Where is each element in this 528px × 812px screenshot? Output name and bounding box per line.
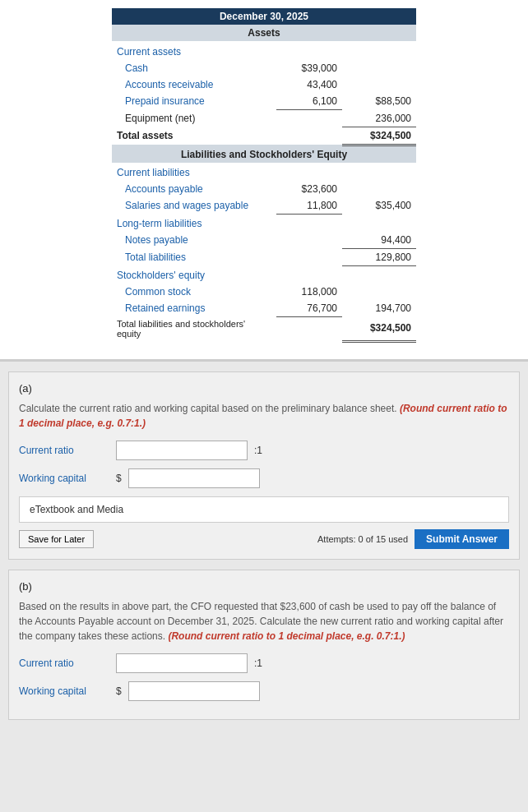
re-amt: 76,700 [276,300,342,317]
np-total: 94,400 [342,232,416,249]
total-liab-eq-total: $324,500 [342,316,416,341]
ar-amt: 43,400 [276,76,342,93]
prepaid-amt: 6,100 [276,93,342,110]
cash-amt: $39,000 [276,60,342,76]
current-ratio-label-a: Current ratio [19,445,109,456]
current-ratio-suffix-a: :1 [254,445,262,456]
np-amt [276,232,342,249]
working-capital-label-a: Working capital [19,473,109,484]
action-bar-a: Save for Later Attempts: 0 of 15 used Su… [19,529,509,549]
total-liab-total: 129,800 [342,248,416,265]
prepaid-total: $88,500 [342,93,416,110]
cash-label: Cash [112,60,276,76]
cash-amt2 [342,60,416,76]
part-a-label: (a) [19,382,509,394]
total-assets-label: Total assets [112,127,276,145]
part-b-label: (b) [19,580,509,593]
total-liab-eq-label: Total liabilities and stockholders' equi… [112,316,276,341]
current-ratio-row-a: Current ratio :1 [19,441,509,460]
bs-assets-header: Assets [112,25,416,41]
bs-date-header: December 30, 2025 [112,8,416,25]
current-ratio-input-b[interactable] [116,653,248,673]
total-liab-label: Total liabilities [112,248,276,265]
working-capital-input-b[interactable] [128,681,260,701]
equipment-label: Equipment (net) [112,110,276,127]
submit-answer-button[interactable]: Submit Answer [415,529,509,549]
current-ratio-input-a[interactable] [116,441,248,460]
current-liab-label: Current liabilities [112,163,416,181]
current-ratio-label-b: Current ratio [19,657,109,669]
cs-amt: 118,000 [276,284,342,300]
cs-amt2 [342,284,416,300]
se-label: Stockholders' equity [112,265,416,284]
etextbook-bar-a: eTextbook and Media [19,496,509,523]
working-capital-input-a[interactable] [128,468,260,488]
current-assets-label: Current assets [112,41,416,60]
ap-amt: $23,600 [276,181,342,197]
total-liab-eq-amt [276,316,342,341]
part-b-panel: (b) Based on the results in above part, … [8,570,520,720]
equipment-amt [276,110,342,127]
cs-label: Common stock [112,284,276,300]
swp-total: $35,400 [342,197,416,215]
working-capital-row-b: Working capital $ [19,681,509,701]
submit-area: Attempts: 0 of 15 used Submit Answer [317,529,509,549]
current-ratio-row-b: Current ratio :1 [19,653,509,673]
ap-amt2 [342,181,416,197]
lt-liab-label: Long-term liabilities [112,214,416,232]
working-capital-row-a: Working capital $ [19,468,509,488]
working-capital-label-b: Working capital [19,685,109,697]
total-assets-total: $324,500 [342,127,416,145]
ar-label: Accounts receivable [112,76,276,93]
liab-equity-header: Liabilities and Stockholders' Equity [112,145,416,163]
balance-sheet-table: December 30, 2025 Assets Current assets … [112,8,416,343]
total-liab-amt [276,248,342,265]
dollar-sign-b: $ [116,685,122,697]
dollar-sign-a: $ [116,473,122,484]
balance-sheet-section: December 30, 2025 Assets Current assets … [0,0,528,362]
attempts-text: Attempts: 0 of 15 used [317,534,408,544]
swp-label: Salaries and wages payable [112,197,276,215]
part-b-instruction: Based on the results in above part, the … [19,599,509,644]
equipment-total: 236,000 [342,110,416,127]
part-a-instruction: Calculate the current ratio and working … [19,401,509,431]
ar-amt2 [342,76,416,93]
current-ratio-suffix-b: :1 [254,657,262,669]
prepaid-label: Prepaid insurance [112,93,276,110]
ap-label: Accounts payable [112,181,276,197]
re-label: Retained earnings [112,300,276,317]
part-a-panel: (a) Calculate the current ratio and work… [8,371,520,560]
part-b-highlight: (Round current ratio to 1 decimal place,… [168,630,405,642]
re-total: 194,700 [342,300,416,317]
swp-amt: 11,800 [276,197,342,215]
save-later-button[interactable]: Save for Later [19,530,94,548]
total-assets-amt [276,127,342,145]
np-label: Notes payable [112,232,276,249]
